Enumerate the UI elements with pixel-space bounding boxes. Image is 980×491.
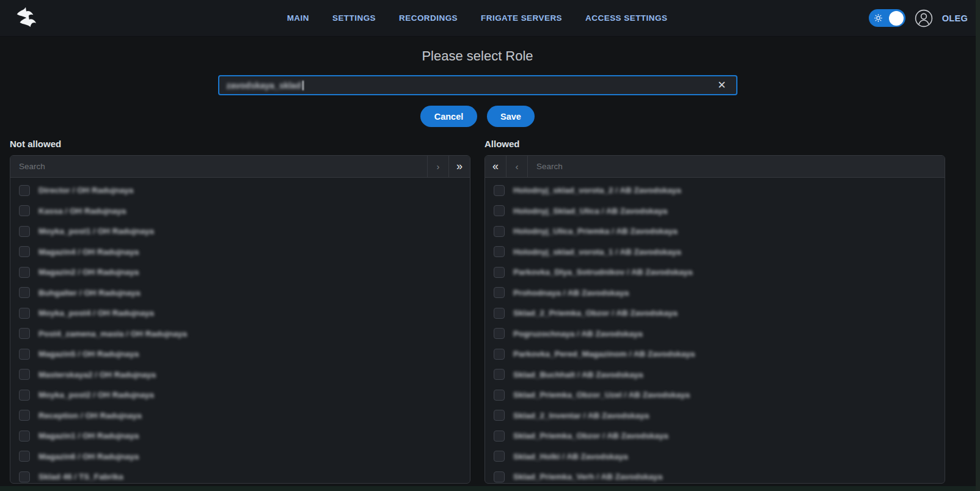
action-buttons: Cancel Save [10,106,945,127]
item-checkbox[interactable] [494,287,505,298]
move-all-left-icon[interactable]: « [485,156,506,177]
item-label: Moyka_post4 / OH Radujnaya [38,308,154,318]
not-allowed-panel: › » Director / OH Radujnaya Kassa / OH R… [10,155,470,484]
item-checkbox[interactable] [494,246,505,257]
username[interactable]: OLEG [942,13,968,23]
frigate-logo-icon[interactable] [12,5,40,31]
item-label: Sklad 46 / TS_Fabrika [38,472,123,481]
not-allowed-search-input[interactable] [10,156,427,177]
item-label: Holodnyj_Ulica_Priemka / AB Zavodskaya [513,227,678,236]
not-allowed-title: Not allowed [10,139,470,151]
item-checkbox[interactable] [494,471,505,482]
sun-icon [874,13,883,23]
item-checkbox[interactable] [494,390,505,401]
allowed-panel: « ‹ Holodnyj_sklad_vorota_2 / AB Zavodsk… [485,155,945,484]
item-checkbox[interactable] [19,226,30,237]
item-label: Moyka_post2 / OH Radujnaya [38,390,154,399]
page-scrollbar[interactable] [976,0,980,491]
item-label: Buhgalter / OH Radujnaya [38,288,141,297]
move-selected-right-icon[interactable]: › [427,156,448,177]
list-item: Parkovka_Dlya_Sotrudnikov / AB Zavodskay… [485,262,945,283]
clear-input-icon[interactable]: ✕ [715,79,728,92]
list-item: Holodnyj_sklad_vorota_1 / AB Zavodskaya [485,242,945,263]
nav-link[interactable]: FRIGATE SERVERS [481,13,562,23]
item-label: Holodnyj_sklad_vorota_1 / AB Zavodskaya [513,247,681,256]
list-item: Holodnyj_Sklad_Ulica / AB Zavodskaya [485,201,945,222]
item-label: Magazin1 / OH Radujnaya [38,431,139,440]
bottom-edge-strip [0,486,980,491]
item-label: Holodnyj_Sklad_Ulica / AB Zavodskaya [513,206,667,216]
item-label: Magazin2 / OH Radujnaya [38,267,139,277]
list-item: Sklad_Buchhalt / AB Zavodskaya [485,365,945,385]
list-item: Magazin4 / OH Radujnaya [10,242,470,263]
move-selected-left-icon[interactable]: ‹ [506,156,528,177]
item-checkbox[interactable] [19,390,30,401]
list-item: Sklad_Priemka_Obzor / AB Zavodskaya [485,426,945,446]
item-checkbox[interactable] [19,205,30,216]
user-avatar-icon[interactable] [915,9,933,27]
list-item: Sklad 46 / TS_Fabrika [10,467,470,484]
not-allowed-toolbar: › » [10,156,470,178]
item-label: Sklad_2_Inventar / AB Zavodskaya [513,411,649,420]
nav-link[interactable]: RECORDINGS [399,13,458,23]
item-checkbox[interactable] [494,410,505,421]
item-checkbox[interactable] [19,369,30,380]
item-label: Magazin5 / OH Radujnaya [38,349,139,358]
list-item: Magazin6 / OH Radujnaya [10,446,470,467]
item-checkbox[interactable] [19,410,30,421]
list-item: Post4_zamena_masla / OH Radujnaya [10,324,470,344]
item-checkbox[interactable] [19,267,30,278]
list-item: Holodnyj_sklad_vorota_2 / AB Zavodskaya [485,180,945,201]
item-label: Sklad_Buchhalt / AB Zavodskaya [513,370,643,379]
main-content: Please select Role zavodskaya_sklad ✕ Ca… [10,48,945,484]
item-label: Parkovka_Pered_Magazinom / AB Zavodskaya [513,349,695,358]
item-checkbox[interactable] [494,451,505,462]
item-checkbox[interactable] [494,205,505,216]
item-checkbox[interactable] [19,287,30,298]
item-checkbox[interactable] [494,328,505,339]
role-search-input[interactable]: zavodskaya_sklad ✕ [218,75,737,95]
item-label: Holodnyj_sklad_vorota_2 / AB Zavodskaya [513,186,681,195]
nav-link[interactable]: MAIN [287,13,309,23]
item-checkbox[interactable] [19,185,30,196]
item-checkbox[interactable] [494,185,505,196]
list-item: Moyka_post2 / OH Radujnaya [10,385,470,406]
item-checkbox[interactable] [19,451,30,462]
save-button[interactable]: Save [487,106,535,127]
item-checkbox[interactable] [494,431,505,442]
nav-link[interactable]: SETTINGS [332,13,376,23]
item-checkbox[interactable] [494,308,505,319]
transfer-panels: Not allowed › » Director / OH Radujnaya [10,139,945,484]
item-checkbox[interactable] [494,267,505,278]
toggle-knob [889,11,904,26]
allowed-toolbar: « ‹ [485,156,945,178]
item-checkbox[interactable] [19,328,30,339]
item-checkbox[interactable] [494,226,505,237]
not-allowed-list: Director / OH Radujnaya Kassa / OH Raduj… [10,178,470,484]
item-checkbox[interactable] [494,369,505,380]
item-checkbox[interactable] [19,431,30,442]
top-navbar: MAIN SETTINGS RECORDINGS FRIGATE SERVERS… [0,0,980,37]
item-checkbox[interactable] [19,349,30,360]
list-item: Masterskaya2 / OH Radujnaya [10,365,470,385]
item-checkbox[interactable] [19,246,30,257]
move-all-right-icon[interactable]: » [448,156,470,177]
allowed-list: Holodnyj_sklad_vorota_2 / AB Zavodskaya … [485,178,945,484]
nav-link[interactable]: ACCESS SETTINGS [585,13,667,23]
text-caret [302,81,304,90]
list-item: Moyka_post1 / OH Radujnaya [10,221,470,242]
item-checkbox[interactable] [19,308,30,319]
list-item: Sklad_2_Inventar / AB Zavodskaya [485,406,945,426]
item-label: Sklad_Priemka_Verh / AB Zavodskaya [513,472,662,481]
navbar-right-group: OLEG [869,9,968,27]
list-item: Magazin2 / OH Radujnaya [10,262,470,283]
item-checkbox[interactable] [494,349,505,360]
item-label: Moyka_post1 / OH Radujnaya [38,227,154,236]
role-input-value: zavodskaya_sklad [227,81,301,90]
cancel-button[interactable]: Cancel [420,106,477,127]
list-item: Reception / OH Radujnaya [10,406,470,426]
item-label: Magazin4 / OH Radujnaya [38,247,139,256]
item-checkbox[interactable] [19,471,30,482]
theme-toggle[interactable] [869,9,905,27]
allowed-search-input[interactable] [528,156,945,177]
